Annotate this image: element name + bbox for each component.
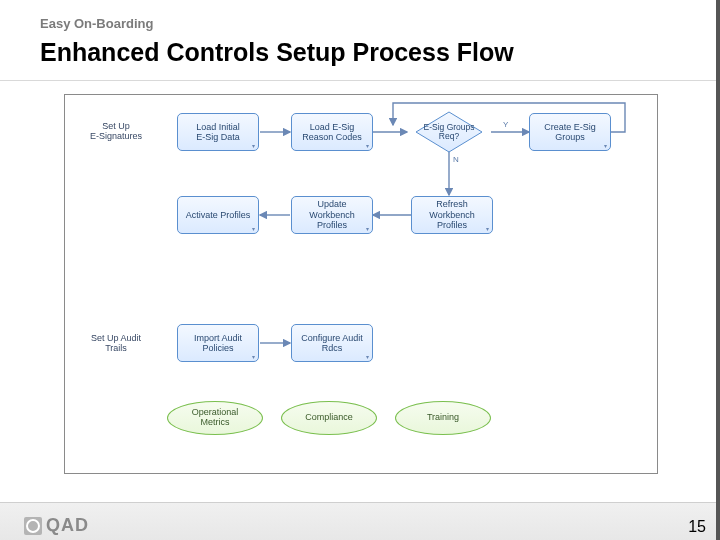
box-load-initial: Load InitialE-Sig Data [177, 113, 259, 151]
box-update-workbench: UpdateWorkbenchProfiles [291, 196, 373, 234]
breadcrumb: Easy On-Boarding [40, 16, 153, 31]
box-reason-codes: Load E-SigReason Codes [291, 113, 373, 151]
page-number: 15 [688, 518, 706, 536]
ellipse-compliance: Compliance [281, 401, 377, 435]
logo-mark-icon [24, 517, 42, 535]
section-label-audit: Set Up AuditTrails [81, 333, 151, 354]
ellipse-training: Training [395, 401, 491, 435]
box-create-groups: Create E-SigGroups [529, 113, 611, 151]
box-refresh-workbench: RefreshWorkbenchProfiles [411, 196, 493, 234]
page-title: Enhanced Controls Setup Process Flow [40, 38, 514, 67]
decision-text: E-Sig GroupsReq? [415, 111, 483, 153]
edge-indicator [716, 0, 720, 540]
box-activate-profiles: Activate Profiles [177, 196, 259, 234]
logo-text: QAD [46, 515, 89, 536]
box-import-audit: Import AuditPolicies [177, 324, 259, 362]
footer-bar [0, 502, 720, 540]
decision-groups-req: E-Sig GroupsReq? [415, 111, 483, 153]
logo: QAD [24, 515, 89, 536]
title-divider [0, 80, 720, 81]
decision-no: N [453, 155, 459, 164]
section-label-esig: Set UpE-Signatures [81, 121, 151, 142]
box-configure-rdcs: Configure AuditRdcs [291, 324, 373, 362]
ellipse-operational: OperationalMetrics [167, 401, 263, 435]
diagram-frame: Set UpE-Signatures Set Up AuditTrails Lo… [64, 94, 658, 474]
decision-yes: Y [503, 120, 508, 129]
